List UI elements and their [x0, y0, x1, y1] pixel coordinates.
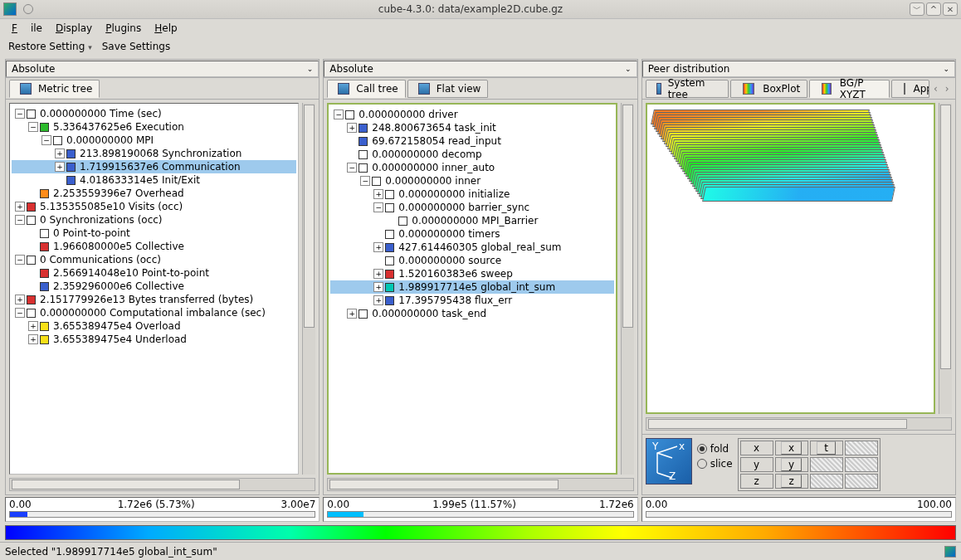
tab-nav-left[interactable]: ‹	[931, 83, 941, 95]
vertical-scrollbar[interactable]	[939, 103, 952, 414]
tree-node[interactable]: 0.000000000 MPI_Barrier	[330, 214, 613, 227]
resize-grip-icon[interactable]	[944, 546, 956, 558]
tree-node[interactable]: −0 Communications (occ)	[12, 253, 296, 266]
tree-node[interactable]: +0.000000000 task_end	[330, 307, 613, 320]
toolbar: Restore Setting ▾ Save Settings	[0, 37, 961, 56]
tree-node[interactable]: −0.000000000 Time (sec)	[12, 107, 296, 120]
tree-node[interactable]: +213.898190068 Synchronization	[12, 147, 296, 160]
expand-icon[interactable]: +	[347, 123, 357, 133]
restore-setting-button[interactable]: Restore Setting ▾	[5, 40, 95, 53]
tree-node[interactable]: −0 Synchronizations (occ)	[12, 213, 296, 226]
tab-nav-right[interactable]: ›	[942, 83, 952, 95]
axis-btn-t[interactable]: t	[817, 441, 836, 455]
tree-node[interactable]: 0 Point-to-point	[12, 226, 296, 240]
vertical-scrollbar[interactable]	[302, 103, 315, 475]
collapse-icon[interactable]: −	[15, 215, 25, 225]
tab-metric-tree[interactable]: Metric tree	[9, 80, 100, 98]
axis-btn-x[interactable]: x	[781, 441, 802, 455]
tree-node[interactable]: 0.000000000 timers	[330, 227, 613, 241]
expand-icon[interactable]: +	[55, 149, 65, 158]
save-settings-button[interactable]: Save Settings	[99, 40, 174, 53]
tree-node[interactable]: +1.520160383e6 sweep	[330, 267, 613, 280]
expand-icon[interactable]: +	[373, 269, 383, 279]
expand-icon[interactable]: +	[373, 242, 383, 252]
close-button[interactable]: ✕	[943, 2, 958, 16]
menu-plugins[interactable]: Plugins	[99, 21, 148, 36]
axis-btn-z[interactable]: z	[781, 475, 801, 488]
tree-node[interactable]: +1.989917714e5 global_int_sum	[330, 280, 613, 294]
expand-icon[interactable]: +	[373, 282, 383, 292]
metric-selector[interactable]: Absolute ⌄	[6, 61, 319, 77]
color-box-icon	[359, 137, 368, 146]
tree-node[interactable]: +3.655389475e4 Overload	[12, 319, 296, 333]
radio-fold[interactable]: fold	[697, 443, 733, 455]
node-label: 0.000000000 MPI_Barrier	[410, 214, 539, 227]
horizontal-scrollbar[interactable]	[9, 478, 315, 491]
vertical-scrollbar[interactable]	[621, 103, 634, 475]
collapse-icon[interactable]: −	[347, 163, 357, 173]
axes-cube-icon[interactable]: xYZ	[646, 438, 692, 485]
minimize-button[interactable]: ﹀	[910, 2, 924, 16]
tree-node[interactable]: 2.359296000e6 Collective	[12, 280, 296, 293]
tab-call-tree[interactable]: Call tree	[327, 80, 405, 98]
tree-node[interactable]: 0.000000000 source	[330, 254, 613, 267]
expand-icon[interactable]: +	[373, 189, 383, 199]
collapse-icon[interactable]: −	[41, 135, 51, 145]
tree-node[interactable]: +5.135355085e10 Visits (occ)	[12, 200, 296, 213]
tree-node[interactable]: +427.614460305 global_real_sum	[330, 241, 613, 254]
tree-node[interactable]: +0.000000000 initialize	[330, 187, 613, 201]
horizontal-scrollbar[interactable]	[327, 478, 633, 491]
expand-icon[interactable]: +	[15, 295, 25, 304]
tab-boxplot[interactable]: BoxPlot	[730, 80, 807, 98]
tree-node[interactable]: −0.000000000 Computational imbalance (se…	[12, 306, 296, 319]
pin-icon[interactable]	[23, 4, 33, 14]
menu-file[interactable]: File	[5, 21, 49, 36]
collapse-icon[interactable]: −	[15, 308, 25, 318]
expand-icon[interactable]: +	[28, 334, 38, 344]
radio-slice[interactable]: slice	[697, 458, 733, 470]
tree-node[interactable]: −0.000000000 inner	[330, 174, 613, 187]
collapse-icon[interactable]: −	[373, 202, 383, 212]
topology-visualization[interactable]	[646, 103, 935, 414]
tree-node[interactable]: 2.566914048e10 Point-to-point	[12, 266, 296, 280]
tab-bgp-xyzt[interactable]: BG/P XYZT	[809, 80, 889, 98]
expand-icon[interactable]: +	[347, 309, 357, 319]
horizontal-scrollbar[interactable]	[646, 417, 952, 431]
collapse-icon[interactable]: −	[28, 122, 38, 132]
tree-node[interactable]: 4.018633314e5 Init/Exit	[12, 173, 296, 187]
tab-app[interactable]: App	[891, 80, 929, 98]
tab-system-tree[interactable]: System tree	[646, 80, 729, 98]
collapse-icon[interactable]: −	[360, 176, 370, 186]
tree-node[interactable]: −0.000000000 barrier_sync	[330, 201, 613, 214]
tree-node[interactable]: −0.000000000 driver	[330, 108, 613, 121]
tree-node[interactable]: 1.966080000e5 Collective	[12, 240, 296, 253]
call-tree[interactable]: −0.000000000 driver+248.800673654 task_i…	[327, 103, 617, 475]
tree-node[interactable]: +1.719915637e6 Communication	[12, 160, 296, 173]
menu-help[interactable]: Help	[148, 21, 183, 36]
collapse-icon[interactable]: −	[15, 109, 25, 119]
collapse-icon[interactable]: −	[334, 110, 344, 119]
metric-tree[interactable]: −0.000000000 Time (sec)−5.336437625e6 Ex…	[9, 103, 299, 475]
tree-node[interactable]: +248.800673654 task_init	[330, 121, 613, 134]
tree-node[interactable]: +3.655389475e4 Underload	[12, 333, 296, 346]
expand-icon[interactable]: +	[55, 162, 65, 172]
tree-node[interactable]: −5.336437625e6 Execution	[12, 120, 296, 134]
expand-icon[interactable]: +	[373, 295, 383, 305]
tree-node[interactable]: +17.395795438 flux_err	[330, 294, 613, 307]
expand-icon[interactable]: +	[28, 321, 38, 331]
tree-node[interactable]: 69.672158054 read_input	[330, 134, 613, 148]
expand-icon[interactable]: +	[15, 202, 25, 212]
maximize-button[interactable]: ^	[926, 2, 941, 16]
tree-node[interactable]: +2.151779926e13 Bytes transferred (bytes…	[12, 293, 296, 306]
tree-node[interactable]: −0.000000000 MPI	[12, 134, 296, 147]
collapse-icon[interactable]: −	[15, 255, 25, 265]
tree-node[interactable]: 2.253559396e7 Overhead	[12, 187, 296, 200]
tab-flat-view[interactable]: Flat view	[407, 80, 489, 98]
main-area: Absolute ⌄ Metric tree −0.000000000 Time…	[0, 56, 961, 495]
axis-btn-y[interactable]: y	[781, 458, 802, 471]
menu-display[interactable]: Display	[49, 21, 99, 36]
call-selector[interactable]: Absolute ⌄	[324, 61, 637, 77]
system-selector[interactable]: Peer distribution ⌄	[642, 61, 955, 77]
tree-node[interactable]: 0.000000000 decomp	[330, 148, 613, 161]
tree-node[interactable]: −0.000000000 inner_auto	[330, 161, 613, 174]
